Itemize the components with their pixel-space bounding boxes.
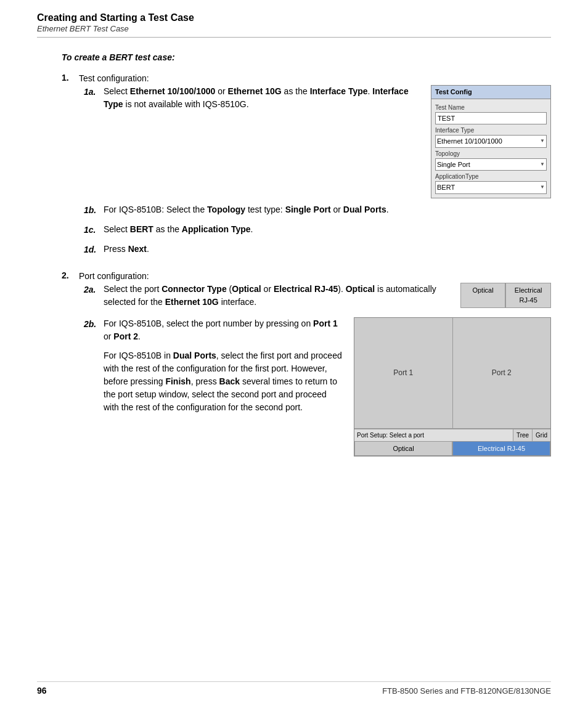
step-1a-text: 1a. Select Ethernet 10/100/1000 or Ether… xyxy=(84,85,419,117)
step-1-row: 1. Test configuration: 1a. Select Ethern… xyxy=(62,72,551,262)
test-config-widget: Test Config Test Name TEST Interface Typ… xyxy=(431,85,551,198)
step-1a-container: 1a. Select Ethernet 10/100/1000 or Ether… xyxy=(84,85,551,198)
page-title: Creating and Starting a Test Case xyxy=(37,12,551,23)
page-footer: 96 FTB-8500 Series and FTB-8120NGE/8130N… xyxy=(37,681,551,696)
bold-bert: BERT xyxy=(130,224,153,234)
tc-interface-type-label: Interface Type xyxy=(435,126,547,135)
test-config-body: Test Name TEST Interface Type Ethernet 1… xyxy=(431,99,550,198)
port-bottom-tabs: Optical Electrical RJ-45 xyxy=(354,441,550,456)
bold-next: Next xyxy=(128,244,147,254)
step-2-num: 2. xyxy=(62,270,79,280)
sub-step-1b: 1b. For IQS-8510B: Select the Topology t… xyxy=(84,203,551,217)
header-section: Creating and Starting a Test Case Ethern… xyxy=(37,12,551,38)
tc-apptype-arrow: ▼ xyxy=(540,184,545,191)
sub-steps-2: 2a. Select the port Connector Type (Opti… xyxy=(84,283,551,457)
port-grid-btn[interactable]: Grid xyxy=(532,429,550,441)
connector-electrical-tab[interactable]: Electrical RJ-45 xyxy=(505,283,551,308)
bold-back: Back xyxy=(219,376,240,386)
procedure-title: To create a BERT test case: xyxy=(62,52,551,62)
main-content: To create a BERT test case: 1. Test conf… xyxy=(37,52,551,463)
bold-finish: Finish xyxy=(165,376,190,386)
port-tree-btn[interactable]: Tree xyxy=(513,429,532,441)
step-2b-para1: For IQS-8510B, select the port number by… xyxy=(104,317,344,343)
sub-step-1b-num: 1b. xyxy=(84,203,104,217)
sub-step-2a-num: 2a. xyxy=(84,283,104,296)
sub-step-1c-num: 1c. xyxy=(84,223,104,237)
tc-apptype-select[interactable]: BERT ▼ xyxy=(435,181,547,194)
bold-single-port: Single Port xyxy=(285,205,331,214)
port-footer: Port Setup: Select a port Tree Grid xyxy=(354,429,550,441)
step-2-content: Port configuration: 2a. Select the port … xyxy=(79,270,551,463)
bold-optical-2: Optical xyxy=(346,284,375,294)
sub-step-1c: 1c. Select BERT as the Application Type. xyxy=(84,223,551,237)
connector-optical-tab[interactable]: Optical xyxy=(460,283,506,308)
step-2b-para2: For IQS-8510B in Dual Ports, select the … xyxy=(104,349,344,414)
port-footer-label: Port Setup: Select a port xyxy=(354,429,513,441)
tc-topology-arrow: ▼ xyxy=(540,161,545,168)
sub-step-2a: 2a. Select the port Connector Type (Opti… xyxy=(84,283,551,309)
sub-step-1d-content: Press Next. xyxy=(104,243,551,256)
bold-dual-ports-2: Dual Ports xyxy=(173,351,216,360)
bold-application-type: Application Type xyxy=(182,224,251,234)
bold-connector-type: Connector Type xyxy=(161,284,227,294)
bold-ethernet10g: Ethernet 10G xyxy=(228,86,282,96)
page-subtitle: Ethernet BERT Test Case xyxy=(37,24,129,33)
tc-test-name-label: Test Name xyxy=(435,103,547,112)
tc-topology-value: Single Port xyxy=(437,160,470,170)
port-2-label: Port 2 xyxy=(492,367,512,378)
footer-page-num: 96 xyxy=(37,686,47,696)
tc-interface-type-select[interactable]: Ethernet 10/100/1000 ▼ xyxy=(435,135,547,148)
tc-topology-label: Topology xyxy=(435,149,547,158)
step-2-row: 2. Port configuration: 2a. Select the po… xyxy=(62,270,551,463)
sub-step-1a-content: Select Ethernet 10/100/1000 or Ethernet … xyxy=(104,85,419,111)
port-area: Port 1 Port 2 xyxy=(354,318,550,429)
port-1-label: Port 1 xyxy=(393,367,413,378)
connector-widget: Optical Electrical RJ-45 xyxy=(460,283,551,308)
bold-ethernet1: Ethernet 10/100/1000 xyxy=(130,86,216,96)
sub-step-1a: 1a. Select Ethernet 10/100/1000 or Ether… xyxy=(84,85,419,111)
sub-step-1a-num: 1a. xyxy=(84,85,104,99)
port-2-col[interactable]: Port 2 xyxy=(453,318,551,428)
test-config-title: Test Config xyxy=(431,86,550,99)
tc-topology-select[interactable]: Single Port ▼ xyxy=(435,158,547,171)
port-1-col[interactable]: Port 1 xyxy=(354,318,453,428)
tc-apptype-value: BERT xyxy=(437,182,455,193)
sub-step-2b-num: 2b. xyxy=(84,317,104,331)
sub-step-1b-content: For IQS-8510B: Select the Topology test … xyxy=(104,203,551,216)
step-1-content: Test configuration: 1a. Select Ethernet … xyxy=(79,72,551,262)
step-1-num: 1. xyxy=(62,72,79,83)
step-2-label: Port configuration: xyxy=(79,271,149,281)
sub-steps-1: 1a. Select Ethernet 10/100/1000 or Ether… xyxy=(84,85,551,256)
tc-interface-type-value: Ethernet 10/100/1000 xyxy=(437,136,502,147)
step-1-label: Test configuration: xyxy=(79,73,149,83)
sub-step-2b: 2b. For IQS-8510B, select the port numbe… xyxy=(84,317,551,457)
sub-step-1d: 1d. Press Next. xyxy=(84,243,551,256)
bold-ethernet10g-2: Ethernet 10G xyxy=(165,297,219,307)
tc-apptype-label: ApplicationType xyxy=(435,172,547,181)
footer-product: FTB-8500 Series and FTB-8120NGE/8130NGE xyxy=(382,686,551,696)
sub-step-2b-content: For IQS-8510B, select the port number by… xyxy=(104,317,551,457)
page-container: Creating and Starting a Test Case Ethern… xyxy=(0,0,588,714)
tc-interface-type-arrow: ▼ xyxy=(540,137,545,145)
bold-optical: Optical xyxy=(232,284,261,294)
bold-port2: Port 2 xyxy=(113,331,138,341)
step-2b-text: For IQS-8510B, select the port number by… xyxy=(104,317,344,414)
tc-test-name-input[interactable]: TEST xyxy=(435,112,547,125)
bold-dual-ports: Dual Ports xyxy=(343,205,386,214)
bold-topology: Topology xyxy=(207,205,245,214)
step-2a-text: Select the port Connector Type (Optical … xyxy=(104,283,446,309)
sub-step-1c-content: Select BERT as the Application Type. xyxy=(104,223,551,236)
port-electrical-tab[interactable]: Electrical RJ-45 xyxy=(452,441,550,456)
port-select-widget: Port 1 Port 2 Port Setup: Select a port … xyxy=(354,317,551,457)
bold-interface-type: Interface Type xyxy=(310,86,368,96)
bold-electrical-rj45: Electrical RJ-45 xyxy=(274,284,338,294)
connector-tabs: Optical Electrical RJ-45 xyxy=(460,283,551,308)
sub-step-1d-num: 1d. xyxy=(84,243,104,256)
port-optical-tab[interactable]: Optical xyxy=(354,441,452,456)
bold-port1: Port 1 xyxy=(313,318,338,328)
sub-step-2a-content: Select the port Connector Type (Optical … xyxy=(104,283,551,309)
